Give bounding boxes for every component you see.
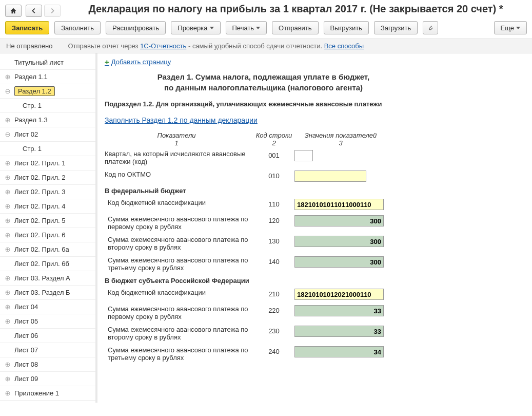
tree-item-label: Приложение 1 (14, 389, 59, 397)
tree-item-0[interactable]: Титульный лист (0, 55, 95, 70)
tree-item-11[interactable]: Лист 02. Прил. 5 (0, 214, 95, 228)
tree-item-7[interactable]: Лист 02. Прил. 1 (0, 156, 95, 171)
tree-item-13[interactable]: Лист 02. Прил. 6а (0, 242, 95, 257)
attach-button[interactable] (423, 21, 438, 34)
input-140[interactable] (294, 256, 384, 268)
tree-item-3[interactable]: Стр. 1 (0, 99, 95, 113)
expand-icon (4, 375, 11, 383)
chevron-down-icon (516, 27, 520, 29)
tree-item-label: Лист 03. Раздел А (14, 274, 70, 282)
decode-button[interactable]: Расшифровать (106, 21, 166, 34)
row-140: Сумма ежемесячного авансового платежа по… (105, 256, 474, 272)
send-button[interactable]: Отправить (272, 21, 318, 34)
fill-section-link[interactable]: Заполнить Раздел 1.2 по данным деклараци… (105, 116, 258, 124)
expand-icon (4, 203, 11, 210)
more-button[interactable]: Еще (494, 21, 527, 34)
tree-item-2[interactable]: Раздел 1.2 (0, 84, 95, 99)
paperclip-icon (427, 24, 434, 31)
arrow-left-icon (30, 7, 37, 14)
tree-item-18[interactable]: Лист 05 (0, 314, 95, 329)
section-heading-line2: по данным налогоплательщика (налогового … (125, 82, 402, 93)
arrow-right-icon (49, 7, 56, 14)
export-button[interactable]: Выгрузить (324, 21, 369, 34)
input-120[interactable] (294, 215, 384, 226)
tree-item-label: Лист 02. Прил. 2 (14, 174, 65, 181)
input-010[interactable] (294, 171, 366, 182)
tree-item-label: Лист 02. Прил. 4 (14, 202, 65, 210)
input-001[interactable] (294, 150, 313, 161)
tree-item-label: Лист 08 (14, 361, 38, 368)
tree-item-label: Лист 05 (14, 317, 38, 325)
input-240[interactable] (294, 346, 384, 357)
input-220[interactable] (294, 305, 384, 316)
tree-item-23[interactable]: Приложение 1 (0, 386, 95, 401)
link-all-methods[interactable]: Все способы (324, 42, 364, 50)
row-240: Сумма ежемесячного авансового платежа по… (105, 346, 474, 362)
expand-icon (4, 318, 11, 325)
tree-item-17[interactable]: Лист 04 (0, 300, 95, 314)
send-status: Не отправлено (6, 42, 52, 50)
tree-item-label: Лист 06 (14, 332, 38, 339)
tree-item-14[interactable]: Лист 02. Прил. 6б (0, 257, 95, 271)
collapse-icon (4, 131, 11, 138)
grid-header: Показатели1 Код строки2 Значения показат… (105, 131, 474, 147)
tree-item-1[interactable]: Раздел 1.1 (0, 70, 95, 84)
expand-icon (4, 246, 11, 253)
expand-icon (4, 217, 11, 224)
status-bar: Не отправлено Отправьте отчет через 1С-О… (0, 39, 532, 53)
print-button[interactable]: Печать (226, 21, 267, 34)
expand-icon (4, 275, 11, 282)
row-230: Сумма ежемесячного авансового платежа по… (105, 326, 474, 341)
sidebar-tree[interactable]: Титульный листРаздел 1.1Раздел 1.2Стр. 1… (0, 53, 97, 403)
tree-item-label: Раздел 1.2 (14, 86, 55, 96)
plus-icon: + (105, 58, 109, 66)
tree-item-12[interactable]: Лист 02. Прил. 6 (0, 228, 95, 242)
input-130[interactable] (294, 236, 384, 247)
tree-item-label: Лист 02 (14, 130, 38, 138)
tree-item-label: Лист 04 (14, 303, 38, 311)
row-130: Сумма ежемесячного авансового платежа по… (105, 236, 474, 251)
tree-item-6[interactable]: Стр. 1 (0, 142, 95, 156)
tree-item-label: Лист 07 (14, 346, 38, 354)
input-110[interactable] (294, 199, 384, 210)
fill-button[interactable]: Заполнить (54, 21, 101, 34)
tree-item-21[interactable]: Лист 08 (0, 357, 95, 372)
row-220: Сумма ежемесячного авансового платежа по… (105, 305, 474, 320)
forward-button (44, 5, 61, 17)
tree-item-8[interactable]: Лист 02. Прил. 2 (0, 171, 95, 185)
import-button[interactable]: Загрузить (374, 21, 418, 34)
back-button[interactable] (26, 5, 42, 17)
group-federal: В федеральный бюджет (105, 187, 474, 195)
tree-item-label: Раздел 1.3 (14, 116, 48, 124)
tree-item-label: Лист 02. Прил. 3 (14, 188, 65, 196)
add-page-link[interactable]: + Добавить страницу (105, 58, 171, 66)
row-001: Квартал, на который исчисляются авансовы… (105, 150, 474, 165)
tree-item-label: Лист 02. Прил. 1 (14, 159, 65, 167)
tree-item-9[interactable]: Лист 02. Прил. 3 (0, 185, 95, 199)
tree-item-15[interactable]: Лист 03. Раздел А (0, 271, 95, 286)
row-120: Сумма ежемесячного авансового платежа по… (105, 215, 474, 231)
home-button[interactable] (5, 5, 22, 17)
link-1c-reporting[interactable]: 1С-Отчетность (140, 42, 186, 50)
expand-icon (4, 390, 11, 397)
tree-item-22[interactable]: Лист 09 (0, 372, 95, 386)
tree-item-label: Лист 02. Прил. 5 (14, 217, 65, 224)
tree-item-5[interactable]: Лист 02 (0, 127, 95, 142)
chevron-down-icon (210, 27, 214, 29)
expand-icon (4, 188, 11, 196)
tree-item-16[interactable]: Лист 03. Раздел Б (0, 286, 95, 300)
expand-icon (4, 117, 11, 124)
write-button[interactable]: Записать (5, 21, 49, 34)
tree-item-20[interactable]: Лист 07 (0, 343, 95, 357)
expand-icon (4, 73, 11, 81)
tree-item-10[interactable]: Лист 02. Прил. 4 (0, 199, 95, 214)
tree-item-label: Стр. 1 (23, 145, 42, 153)
check-button[interactable]: Проверка (171, 21, 220, 34)
chevron-down-icon (256, 27, 260, 29)
input-230[interactable] (294, 326, 384, 337)
expand-icon (4, 232, 11, 239)
collapse-icon (4, 88, 11, 95)
input-210[interactable] (294, 289, 384, 300)
tree-item-19[interactable]: Лист 06 (0, 329, 95, 343)
tree-item-4[interactable]: Раздел 1.3 (0, 113, 95, 127)
